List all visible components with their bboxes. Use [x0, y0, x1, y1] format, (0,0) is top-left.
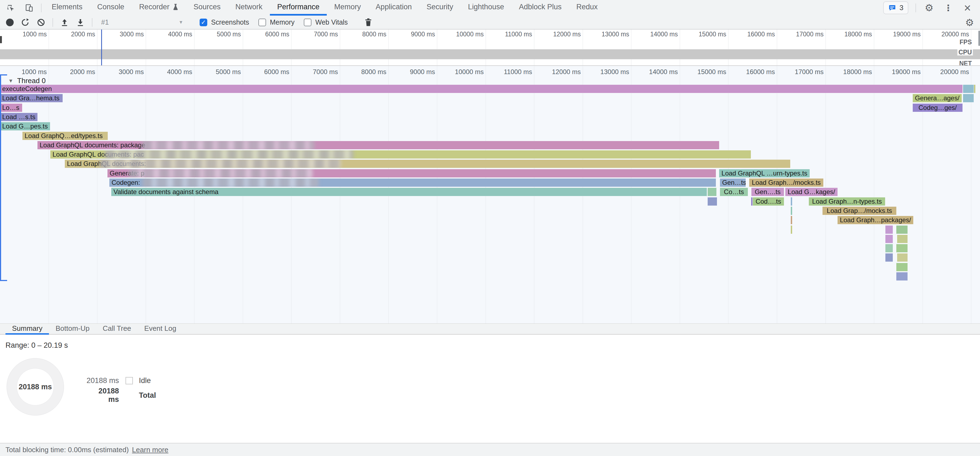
- flame-bar[interactable]: Generate: p: [107, 169, 716, 178]
- overview-scrollbar[interactable]: [978, 31, 980, 46]
- learn-more-link[interactable]: Learn more: [132, 446, 169, 454]
- tab-memory[interactable]: Memory: [327, 0, 368, 16]
- overview-tick-label: 4000 ms: [151, 31, 192, 38]
- flame-bar-fragment[interactable]: [974, 85, 975, 93]
- profile-select[interactable]: #1 ▼: [101, 18, 183, 26]
- tab-security[interactable]: Security: [419, 0, 461, 16]
- device-toolbar-icon[interactable]: [23, 2, 35, 14]
- flame-bar-fragment[interactable]: [885, 226, 893, 234]
- flame-bar-fragment[interactable]: [708, 197, 717, 206]
- checkbox-screenshots[interactable]: ✓Screenshots: [200, 18, 249, 26]
- toolbar-divider: [41, 3, 41, 12]
- flame-bar-label: Load …s.ts: [0, 113, 37, 121]
- flame-bar[interactable]: Gen….ts: [751, 188, 784, 196]
- tab-performance[interactable]: Performance: [270, 0, 327, 16]
- collapse-triangle-icon[interactable]: ▼: [8, 78, 13, 84]
- capture-settings-gear-icon[interactable]: ⚙: [964, 17, 975, 29]
- flame-bar[interactable]: Load Graph…/mocks.ts: [749, 178, 823, 187]
- tab-console[interactable]: Console: [90, 0, 132, 16]
- flame-bar[interactable]: Load GraphQL documents: pac: [50, 150, 751, 159]
- summary-tab-call-tree[interactable]: Call Tree: [96, 324, 138, 335]
- memory-checkbox[interactable]: [258, 19, 266, 26]
- flame-bar-fragment[interactable]: [708, 188, 716, 196]
- tab-recorder[interactable]: Recorder: [132, 0, 186, 16]
- clear-recording-button[interactable]: [37, 18, 45, 27]
- tab-sources[interactable]: Sources: [186, 0, 228, 16]
- flame-bar-fragment[interactable]: [791, 207, 792, 215]
- checkbox-web-vitals[interactable]: Web Vitals: [304, 18, 348, 26]
- lane-label-cpu: CPU: [957, 49, 973, 56]
- flame-bar-fragment[interactable]: [963, 94, 974, 102]
- flame-bar[interactable]: Load GraphQL documents:: [65, 160, 790, 168]
- flame-bar[interactable]: executeCodegen: [0, 85, 963, 93]
- flame-bar[interactable]: Codeg…ges/: [913, 103, 963, 112]
- tab-adblock-plus[interactable]: Adblock Plus: [512, 0, 569, 16]
- inspect-element-icon[interactable]: [5, 2, 17, 14]
- flame-bar[interactable]: Load Graph…n-types.ts: [809, 197, 885, 206]
- overview-tick-label: 12000 ms: [540, 31, 581, 38]
- tab-network[interactable]: Network: [228, 0, 270, 16]
- gridline: [97, 30, 97, 66]
- flame-bar-label: Load GraphQL documents: package: [37, 141, 147, 149]
- flame-bar[interactable]: Cod….ts: [753, 197, 784, 206]
- summary-tab-summary[interactable]: Summary: [5, 324, 49, 335]
- overview-left-handle[interactable]: [0, 36, 2, 43]
- flame-bar-fragment[interactable]: [885, 253, 893, 262]
- flame-bar[interactable]: Load GraphQL …urn-types.ts: [719, 169, 810, 178]
- flame-bar-fragment[interactable]: [751, 197, 752, 206]
- flame-bar[interactable]: Validate documents against schema: [111, 188, 707, 196]
- summary-tab-event-log[interactable]: Event Log: [138, 324, 183, 335]
- flame-bar[interactable]: Load G…pes.ts: [0, 122, 50, 130]
- kebab-menu-icon[interactable]: ⋮: [942, 2, 954, 14]
- checkbox-memory[interactable]: Memory: [258, 18, 294, 26]
- close-devtools-icon[interactable]: ×: [961, 2, 974, 14]
- flame-bar-fragment[interactable]: [885, 244, 893, 252]
- flame-bar-fragment[interactable]: [791, 197, 792, 206]
- flame-bar-fragment[interactable]: [897, 235, 908, 243]
- timeline-overview[interactable]: 1000 ms2000 ms3000 ms4000 ms5000 ms6000 …: [0, 30, 980, 66]
- web-vitals-checkbox[interactable]: [304, 19, 312, 26]
- flame-bar-fragment[interactable]: [896, 263, 908, 271]
- summary-tab-bottom-up[interactable]: Bottom-Up: [49, 324, 96, 335]
- flame-bar-fragment[interactable]: [897, 253, 908, 262]
- flame-bar[interactable]: Load GraphQL documents: package: [37, 141, 719, 149]
- flame-bar[interactable]: Co…ts: [720, 188, 748, 196]
- screenshots-checkbox[interactable]: ✓: [200, 19, 207, 26]
- flame-chart[interactable]: 1000 ms2000 ms3000 ms4000 ms5000 ms6000 …: [0, 66, 980, 323]
- settings-gear-icon[interactable]: ⚙: [923, 2, 935, 14]
- flame-bar[interactable]: Genera…ages/: [913, 94, 962, 102]
- flame-bar-fragment[interactable]: [963, 85, 974, 93]
- toolbar-divider: [52, 18, 53, 27]
- flame-bar[interactable]: Load Grap…/mocks.ts: [822, 207, 896, 215]
- flame-bar[interactable]: Load Gra…hema.ts: [0, 94, 63, 102]
- gridline: [826, 30, 826, 66]
- flame-bar[interactable]: Load G…kages/: [785, 188, 838, 196]
- flame-bar[interactable]: Codegen:: [110, 178, 716, 187]
- flame-bar-fragment[interactable]: [896, 272, 908, 281]
- flame-bar-fragment[interactable]: [885, 235, 893, 243]
- flame-bar[interactable]: Lo…s: [0, 103, 22, 112]
- tab-elements[interactable]: Elements: [44, 0, 90, 16]
- record-button[interactable]: [6, 19, 14, 26]
- tab-lighthouse[interactable]: Lighthouse: [461, 0, 512, 16]
- tab-redux[interactable]: Redux: [569, 0, 605, 16]
- load-profile-button[interactable]: [60, 18, 69, 27]
- reload-and-record-button[interactable]: [21, 18, 30, 27]
- flame-bar[interactable]: Load GraphQ…ed/types.ts: [22, 132, 108, 140]
- overview-cursor-line[interactable]: [101, 30, 102, 66]
- console-messages-button[interactable]: 3: [883, 2, 908, 14]
- toolbar-right-controls: 3 ⚙ ⋮ ×: [883, 0, 980, 16]
- tab-application[interactable]: Application: [368, 0, 419, 16]
- save-profile-button[interactable]: [76, 18, 85, 27]
- flame-bar-fragment[interactable]: [896, 226, 908, 234]
- flame-bar-fragment[interactable]: [791, 226, 792, 234]
- garbage-collect-icon[interactable]: [364, 18, 372, 27]
- flame-bar-label: Load Grap…/mocks.ts: [825, 207, 894, 214]
- thread-track-header[interactable]: ▼ Thread 0: [8, 76, 46, 85]
- gridline: [146, 30, 146, 66]
- flame-bar-fragment[interactable]: [791, 216, 792, 224]
- flame-bar[interactable]: Load …s.ts: [0, 113, 37, 121]
- flame-bar-fragment[interactable]: [896, 244, 908, 252]
- flame-bar[interactable]: Load Graph…packages/: [838, 216, 913, 224]
- flame-bar[interactable]: Gen…ts: [720, 178, 746, 187]
